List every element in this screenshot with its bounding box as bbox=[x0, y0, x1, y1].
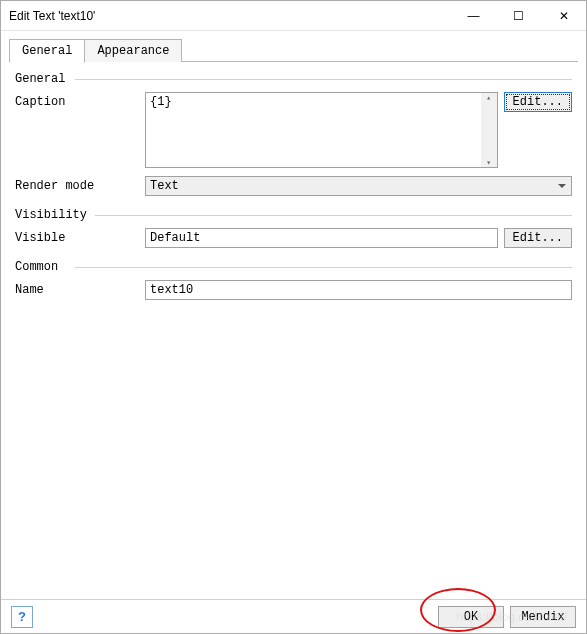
name-input[interactable] bbox=[145, 280, 572, 300]
bottombar: ? OK Mendix bbox=[1, 599, 586, 633]
close-button[interactable]: ✕ bbox=[541, 1, 586, 30]
render-mode-value: Text bbox=[150, 179, 179, 193]
group-visibility: Visibility Visible Edit... bbox=[15, 206, 572, 252]
group-general: General Caption {1} ▴ ▾ Edit... Render m… bbox=[15, 70, 572, 200]
help-icon: ? bbox=[18, 609, 26, 624]
group-common: Common Name bbox=[15, 258, 572, 304]
caption-value: {1} bbox=[150, 95, 172, 109]
row-render-mode: Render mode Text bbox=[15, 172, 572, 200]
tab-appearance[interactable]: Appearance bbox=[84, 39, 182, 62]
group-header-general: General bbox=[15, 70, 572, 88]
scroll-down-icon[interactable]: ▾ bbox=[486, 158, 491, 167]
row-visible: Visible Edit... bbox=[15, 224, 572, 252]
ok-button[interactable]: OK bbox=[438, 606, 504, 628]
maximize-button[interactable]: ☐ bbox=[496, 1, 541, 30]
caption-scrollbar[interactable]: ▴ ▾ bbox=[481, 93, 497, 167]
label-render-mode: Render mode bbox=[15, 176, 145, 193]
scroll-up-icon[interactable]: ▴ bbox=[486, 93, 491, 102]
minimize-button[interactable]: — bbox=[451, 1, 496, 30]
window-controls: — ☐ ✕ bbox=[451, 1, 586, 30]
row-name: Name bbox=[15, 276, 572, 304]
cancel-button[interactable]: Mendix bbox=[510, 606, 576, 628]
tabstrip: General Appearance bbox=[1, 31, 586, 62]
titlebar: Edit Text 'text10' — ☐ ✕ bbox=[1, 1, 586, 31]
row-caption: Caption {1} ▴ ▾ Edit... bbox=[15, 88, 572, 172]
edit-caption-button[interactable]: Edit... bbox=[504, 92, 572, 112]
caption-textarea[interactable]: {1} ▴ ▾ bbox=[145, 92, 498, 168]
label-name: Name bbox=[15, 280, 145, 297]
label-visible: Visible bbox=[15, 228, 145, 245]
render-mode-select[interactable]: Text bbox=[145, 176, 572, 196]
tab-general[interactable]: General bbox=[9, 39, 85, 63]
group-header-visibility: Visibility bbox=[15, 206, 572, 224]
help-button[interactable]: ? bbox=[11, 606, 33, 628]
group-header-common: Common bbox=[15, 258, 572, 276]
window-title: Edit Text 'text10' bbox=[9, 9, 451, 23]
visible-field[interactable] bbox=[145, 228, 498, 248]
edit-visible-button[interactable]: Edit... bbox=[504, 228, 572, 248]
label-caption: Caption bbox=[15, 92, 145, 109]
tab-content: General Caption {1} ▴ ▾ Edit... Render m… bbox=[1, 62, 586, 599]
